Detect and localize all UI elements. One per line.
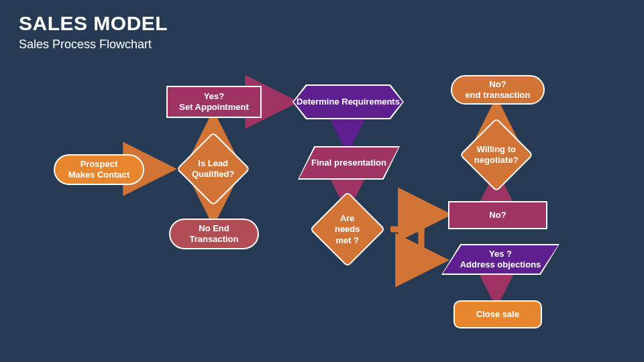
node-determine-requirements-label: Determine Requirements — [297, 97, 400, 107]
node-prospect: ProspectMakes Contact — [54, 154, 144, 185]
node-no-branch: No? — [448, 201, 547, 229]
node-address-objections-label: Yes ?Address objections — [460, 249, 541, 271]
node-close-sale: Close sale — [453, 300, 542, 328]
node-close-sale-label: Close sale — [476, 309, 519, 320]
node-final-presentation: Final presentation — [298, 146, 400, 180]
node-set-appointment: Yes?Set Appointment — [166, 86, 262, 118]
node-needs-met-label: Are needs met ? — [327, 213, 368, 246]
node-set-appointment-label: Yes?Set Appointment — [179, 91, 249, 113]
node-no-branch-label: No? — [489, 210, 506, 221]
node-determine-requirements: Determine Requirements — [292, 84, 404, 119]
node-final-presentation-label: Final presentation — [311, 158, 386, 168]
node-no-end-transaction-2-label: No?end transaction — [466, 79, 531, 101]
node-no-end-transaction-1: No End Transaction — [169, 219, 259, 249]
node-negotiate-label: Willing to negotiate? — [474, 144, 519, 166]
node-prospect-label: ProspectMakes Contact — [68, 159, 130, 181]
node-address-objections: Yes ?Address objections — [441, 244, 559, 275]
node-qualified-decision: Is Lead Qualified? — [176, 132, 250, 206]
node-needs-met-decision: Are needs met ? — [309, 191, 385, 267]
node-no-end-transaction-2: No?end transaction — [451, 75, 545, 105]
node-qualified-label: Is Lead Qualified? — [192, 158, 235, 180]
flowchart-stage: ProspectMakes Contact Is Lead Qualified?… — [0, 0, 644, 362]
node-negotiate-decision: Willing to negotiate? — [460, 118, 533, 192]
node-no-end-transaction-1-label: No End Transaction — [176, 223, 252, 245]
